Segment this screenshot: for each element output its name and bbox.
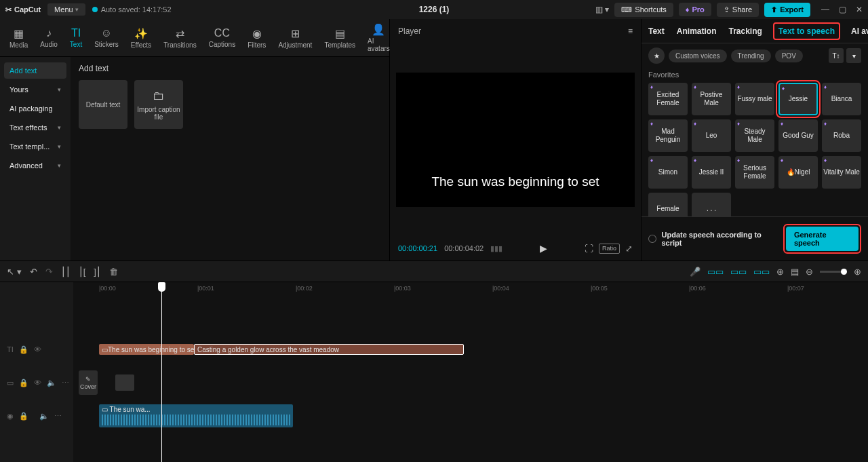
- zoom-out-icon[interactable]: ⊖: [806, 267, 813, 277]
- text-track[interactable]: ▭ The sun was beginning to se Casting a …: [73, 335, 868, 364]
- lock-icon[interactable]: 🔒: [19, 379, 28, 387]
- import-caption-option[interactable]: 🗀 Import caption file: [134, 80, 183, 129]
- snap-icon-2[interactable]: ▭▭: [730, 267, 747, 277]
- cursor-tool[interactable]: ↖ ▾: [7, 267, 22, 277]
- voice-female[interactable]: Female: [648, 193, 688, 216]
- media-tab-captions[interactable]: CCCaptions: [203, 24, 241, 51]
- ruler-mark: |00:01: [197, 285, 214, 292]
- video-canvas[interactable]: The sun was beginning to set: [396, 73, 635, 207]
- favorites-filter[interactable]: ★: [648, 47, 665, 64]
- audio-track[interactable]: ▭ The sun wa...: [73, 402, 868, 430]
- media-tab-templates[interactable]: ▤Templates: [319, 24, 361, 52]
- sidebar-item-4[interactable]: Text templ...▾: [4, 138, 66, 155]
- pro-button[interactable]: ♦Pro: [679, 3, 711, 16]
- playhead[interactable]: [161, 282, 162, 462]
- zoom-in-icon[interactable]: ⊕: [854, 267, 861, 277]
- media-tab-stickers[interactable]: ☺Stickers: [89, 24, 124, 51]
- voice---nigel[interactable]: ♦🔥Nigel: [778, 156, 818, 189]
- media-tab-adjustment[interactable]: ⊞Adjustment: [273, 24, 317, 52]
- layout-icon[interactable]: ▥ ▾: [595, 5, 609, 14]
- sidebar-item-5[interactable]: Advanced▾: [4, 157, 66, 174]
- voice-good-guy[interactable]: ♦Good Guy: [778, 119, 818, 152]
- crop-icon[interactable]: ⛶: [585, 244, 593, 254]
- right-tab-ai-avatars[interactable]: AI avatars: [850, 24, 868, 39]
- right-tab-animation[interactable]: Animation: [675, 24, 718, 39]
- text-clip-2[interactable]: Casting a golden glow across the vast me…: [194, 344, 464, 355]
- undo-button[interactable]: ↶: [30, 267, 37, 277]
- cover-button[interactable]: ✎Cover: [79, 370, 98, 395]
- menu-button[interactable]: Menu ▾: [47, 3, 85, 16]
- track-view-icon[interactable]: ▤: [791, 267, 799, 277]
- autosave-status: Auto saved: 14:17:52: [92, 5, 172, 14]
- text-clip-1[interactable]: ▭ The sun was beginning to se: [99, 344, 194, 355]
- audio-clip[interactable]: ▭ The sun wa...: [99, 404, 293, 427]
- shortcuts-button[interactable]: ⌨ Shortcuts: [614, 3, 673, 17]
- sidebar-item-3[interactable]: Text effects▾: [4, 119, 66, 136]
- voice-jessie-ii[interactable]: ♦Jessie II: [692, 156, 731, 189]
- more-filters-icon[interactable]: ▾: [846, 48, 861, 63]
- fullscreen-icon[interactable]: ⤢: [625, 244, 633, 254]
- voice-excited-female[interactable]: ♦Excited Female: [648, 83, 688, 115]
- text-settings-icon[interactable]: T↕: [829, 48, 844, 63]
- maximize-icon[interactable]: ▢: [839, 5, 846, 14]
- update-speech-checkbox[interactable]: [648, 235, 656, 243]
- eye-icon[interactable]: 👁: [34, 379, 41, 387]
- split-right-tool[interactable]: ]⎮: [94, 267, 101, 277]
- export-button[interactable]: ⬆ Export: [764, 3, 810, 17]
- filter-trending[interactable]: Trending: [731, 50, 771, 62]
- align-icon[interactable]: ⊕: [776, 267, 784, 277]
- mute-icon[interactable]: 🔈: [39, 412, 49, 421]
- ruler-mark: |00:07: [787, 285, 804, 292]
- media-tab-transitions[interactable]: ⇄Transitions: [158, 24, 202, 52]
- media-tab-media[interactable]: ▦Media: [4, 24, 33, 52]
- media-tab-text[interactable]: TIText: [64, 24, 87, 51]
- right-tab-text-to-speech[interactable]: Text to speech: [773, 22, 840, 40]
- filter-custom[interactable]: Custom voices: [669, 50, 727, 62]
- media-tab-effects[interactable]: ✨Effects: [125, 24, 157, 52]
- filter-pov[interactable]: POV: [775, 50, 803, 62]
- split-tool[interactable]: ⎮⎮: [61, 267, 71, 277]
- redo-button[interactable]: ↷: [45, 267, 53, 277]
- delete-tool[interactable]: 🗑: [109, 267, 118, 277]
- media-tab-audio[interactable]: ♪Audio: [35, 24, 63, 51]
- sidebar-item-1[interactable]: Yours▾: [4, 81, 66, 98]
- video-thumb[interactable]: [115, 374, 134, 391]
- mute-icon[interactable]: 🔈: [47, 379, 56, 387]
- voice-mad-penguin[interactable]: ♦Mad Penguin: [648, 119, 688, 152]
- eye-icon[interactable]: 👁: [34, 345, 41, 353]
- right-tab-text[interactable]: Text: [647, 24, 666, 39]
- voice-roba[interactable]: ♦Roba: [822, 119, 861, 152]
- ratio-button[interactable]: Ratio: [599, 244, 620, 254]
- timeline-ruler[interactable]: |00:00|00:01|00:02|00:03|00:04|00:05|00:…: [73, 282, 868, 296]
- minimize-icon[interactable]: —: [821, 5, 829, 14]
- share-button[interactable]: ⇪ Share: [717, 3, 759, 17]
- zoom-slider[interactable]: [820, 271, 847, 273]
- voice-postive-male[interactable]: ♦Postive Male: [692, 83, 731, 115]
- voice-bianca[interactable]: ♦Bianca: [822, 83, 861, 115]
- voice-leo[interactable]: ♦Leo: [692, 119, 731, 152]
- generate-speech-button[interactable]: Generate speech: [786, 227, 859, 251]
- lock-icon[interactable]: 🔒: [19, 412, 28, 421]
- voice-jessie[interactable]: ♦Jessie: [778, 83, 818, 115]
- play-button[interactable]: ▶: [540, 243, 547, 254]
- media-tab-filters[interactable]: ◉Filters: [242, 24, 271, 52]
- voice-steady-male[interactable]: ♦Steady Male: [735, 119, 774, 152]
- voice-simon[interactable]: ♦Simon: [648, 156, 688, 189]
- sidebar-item-2[interactable]: AI packaging: [4, 100, 66, 117]
- snap-icon-3[interactable]: ▭▭: [753, 267, 770, 277]
- lock-icon[interactable]: 🔒: [19, 345, 28, 354]
- snap-icon-1[interactable]: ▭▭: [707, 267, 724, 277]
- close-icon[interactable]: ✕: [856, 5, 863, 14]
- player-menu-icon[interactable]: ≡: [628, 26, 633, 36]
- sidebar-item-0[interactable]: Add text: [4, 62, 66, 79]
- default-text-option[interactable]: Default text: [79, 80, 127, 129]
- voice-fussy-male[interactable]: ♦Fussy male: [735, 83, 774, 115]
- ruler-mark: |00:05: [591, 285, 608, 292]
- video-track[interactable]: ✎Cover: [73, 364, 868, 402]
- voice-vitality-male[interactable]: ♦Vitality Male: [822, 156, 861, 189]
- right-tab-tracking[interactable]: Tracking: [727, 24, 763, 39]
- voice------[interactable]: . . .: [692, 193, 731, 216]
- mic-icon[interactable]: 🎤: [690, 267, 701, 277]
- voice-serious-female[interactable]: ♦Serious Female: [735, 156, 774, 189]
- split-left-tool[interactable]: ⎮[: [79, 267, 86, 277]
